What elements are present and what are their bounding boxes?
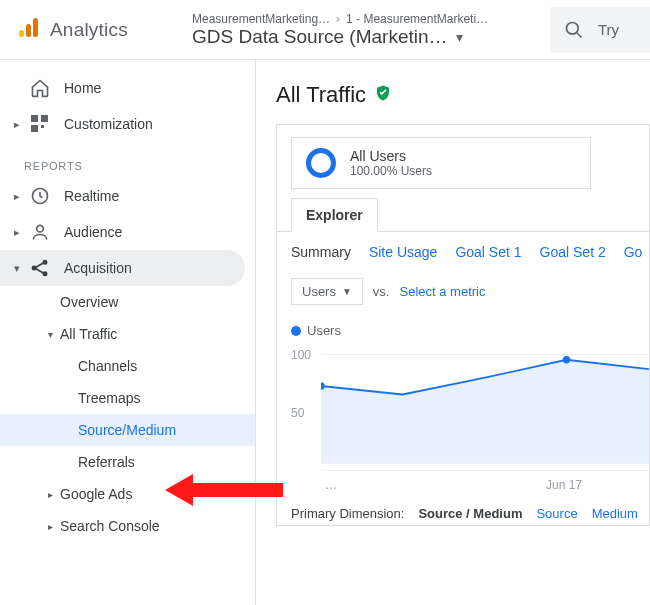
y-tick-50: 50 xyxy=(291,406,304,420)
expand-caret-icon: ▸ xyxy=(14,118,24,131)
svg-rect-2 xyxy=(33,18,38,37)
svg-point-12 xyxy=(43,261,46,264)
product-name: Analytics xyxy=(50,19,128,41)
sidebar-item-label: All Traffic xyxy=(60,326,117,342)
select-metric-link[interactable]: Select a metric xyxy=(399,284,485,299)
expand-caret-icon: ▾ xyxy=(48,329,60,340)
expand-caret-icon: ▸ xyxy=(48,489,60,500)
sidebar-item-label: Search Console xyxy=(60,518,160,534)
expand-caret-icon: ▸ xyxy=(14,226,24,239)
svg-point-10 xyxy=(37,225,44,232)
sidebar-item-label: Google Ads xyxy=(60,486,132,502)
sidebar-sub-channels[interactable]: Channels xyxy=(0,350,255,382)
svg-rect-0 xyxy=(19,30,24,37)
search-input[interactable]: Try xyxy=(550,7,650,53)
sidebar-item-label: Realtime xyxy=(64,188,119,204)
sidebar: Home ▸ Customization REPORTS ▸ Realtime … xyxy=(0,60,256,605)
y-tick-100: 100 xyxy=(291,348,311,362)
clock-icon xyxy=(28,186,52,206)
donut-icon xyxy=(306,148,336,178)
subtab-goal-set-1[interactable]: Goal Set 1 xyxy=(455,244,521,260)
chart-svg xyxy=(321,342,649,464)
chevron-right-icon: › xyxy=(336,12,340,26)
expand-caret-icon: ▸ xyxy=(48,521,60,532)
pdim-medium[interactable]: Medium xyxy=(592,506,638,521)
sidebar-sub-source-medium[interactable]: Source/Medium xyxy=(0,414,255,446)
expand-caret-icon: ▾ xyxy=(14,262,24,275)
sidebar-item-label: Referrals xyxy=(78,454,135,470)
sidebar-item-realtime[interactable]: ▸ Realtime xyxy=(0,178,255,214)
svg-point-13 xyxy=(43,272,46,275)
sidebar-item-label: Channels xyxy=(78,358,137,374)
sidebar-item-acquisition[interactable]: ▾ Acquisition xyxy=(0,250,245,286)
crumb-property: 1 - MeasurementMarketi… xyxy=(346,12,488,26)
metric-dropdown-label: Users xyxy=(302,284,336,299)
segment-card[interactable]: All Users 100.00% Users xyxy=(291,137,591,189)
sidebar-item-label: Audience xyxy=(64,224,122,240)
sidebar-item-customization[interactable]: ▸ Customization xyxy=(0,106,255,142)
verified-shield-icon xyxy=(374,82,392,108)
user-icon xyxy=(28,222,52,242)
view-title: GDS Data Source (Marketin… xyxy=(192,26,448,48)
tab-explorer[interactable]: Explorer xyxy=(291,198,378,232)
sidebar-item-home[interactable]: Home xyxy=(0,70,255,106)
sidebar-sub-overview[interactable]: Overview xyxy=(0,286,255,318)
pdim-source-medium[interactable]: Source / Medium xyxy=(418,506,522,521)
svg-rect-1 xyxy=(26,24,31,37)
svg-point-17 xyxy=(563,356,570,363)
segment-title: All Users xyxy=(350,148,432,164)
sidebar-item-audience[interactable]: ▸ Audience xyxy=(0,214,255,250)
app-header: Analytics MeasurementMarketing… › 1 - Me… xyxy=(0,0,650,60)
x-tick-jun17: Jun 17 xyxy=(546,478,582,492)
line-chart: 100 50 … Jun 17 xyxy=(291,342,649,492)
sidebar-sub-referrals[interactable]: Referrals xyxy=(0,446,255,478)
metric-dropdown[interactable]: Users ▼ xyxy=(291,278,363,305)
legend-dot-icon xyxy=(291,326,301,336)
pdim-source[interactable]: Source xyxy=(536,506,577,521)
search-icon xyxy=(564,20,584,40)
brand: Analytics xyxy=(18,17,182,42)
svg-line-14 xyxy=(36,263,44,267)
share-icon xyxy=(28,258,52,278)
svg-rect-5 xyxy=(31,115,38,122)
home-icon xyxy=(28,78,52,98)
subtab-site-usage[interactable]: Site Usage xyxy=(369,244,437,260)
caret-down-icon: ▼ xyxy=(342,286,352,297)
subtab-more[interactable]: Go xyxy=(624,244,643,260)
svg-line-4 xyxy=(577,32,582,37)
sidebar-sub-google-ads[interactable]: ▸ Google Ads xyxy=(0,478,255,510)
sidebar-sub-treemaps[interactable]: Treemaps xyxy=(0,382,255,414)
svg-point-3 xyxy=(567,22,579,34)
breadcrumb[interactable]: MeasurementMarketing… › 1 - MeasurementM… xyxy=(182,12,540,48)
dashboard-icon xyxy=(28,115,52,133)
search-placeholder: Try xyxy=(598,21,619,38)
sidebar-sub-search-console[interactable]: ▸ Search Console xyxy=(0,510,255,542)
sidebar-item-label: Overview xyxy=(60,294,118,310)
analytics-logo-icon xyxy=(18,17,40,42)
segment-subtitle: 100.00% Users xyxy=(350,164,432,178)
svg-point-11 xyxy=(33,266,36,269)
svg-rect-8 xyxy=(41,125,44,128)
sidebar-item-label: Source/Medium xyxy=(78,422,176,438)
expand-caret-icon: ▸ xyxy=(14,190,24,203)
report-panel: All Users 100.00% Users Explorer Summary… xyxy=(276,124,650,526)
primary-dimension-label: Primary Dimension: xyxy=(291,506,404,521)
sidebar-item-label: Customization xyxy=(64,116,153,132)
sidebar-item-label: Home xyxy=(64,80,101,96)
subtab-goal-set-2[interactable]: Goal Set 2 xyxy=(540,244,606,260)
x-tick-start: … xyxy=(325,478,337,492)
reports-section-label: REPORTS xyxy=(0,142,255,178)
caret-down-icon: ▾ xyxy=(456,29,463,45)
crumb-account: MeasurementMarketing… xyxy=(192,12,330,26)
svg-rect-6 xyxy=(41,115,48,122)
svg-line-15 xyxy=(36,269,44,273)
subtab-summary[interactable]: Summary xyxy=(291,244,351,260)
page-title: All Traffic xyxy=(276,82,650,108)
vs-label: vs. xyxy=(373,284,390,299)
sidebar-item-label: Treemaps xyxy=(78,390,141,406)
legend-label: Users xyxy=(307,323,341,338)
sidebar-item-label: Acquisition xyxy=(64,260,132,276)
sidebar-sub-all-traffic[interactable]: ▾ All Traffic xyxy=(0,318,255,350)
svg-rect-7 xyxy=(31,125,38,132)
main-content: All Traffic All Users 100.00% Users Expl… xyxy=(256,60,650,605)
